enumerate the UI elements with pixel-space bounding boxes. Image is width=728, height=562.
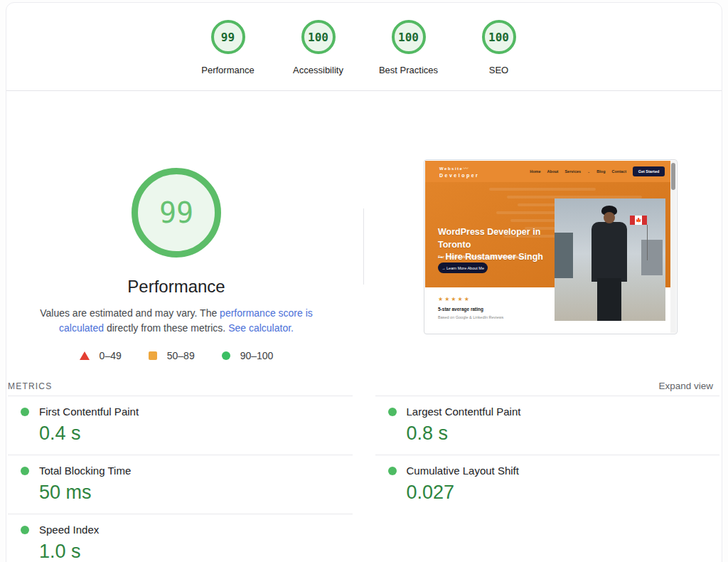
lighthouse-report-card: 99 Performance 100 Accessibility 100 Bes… [6,2,722,562]
man-legs [597,278,621,321]
legend-average: 50–89 [149,350,195,361]
thumbnail-scrollbar [670,161,676,333]
flag-pole [647,225,648,260]
pass-dot-icon [388,467,397,475]
performance-section-title: Performance [70,277,283,297]
metric-name: Total Blocking Time [39,465,131,477]
metric-name: Largest Contentful Paint [407,405,521,418]
pass-circle-icon [222,351,230,360]
score-summary-strip: 99 Performance 100 Accessibility 100 Bes… [6,3,722,91]
hero-heading-line1: WordPress Developer in Toronto [438,227,540,250]
legend-pass-range: 90–100 [240,350,274,361]
legend-fail: 0–49 [80,350,122,361]
performance-score-gauge: 99 [211,20,245,54]
legend-fail-range: 0–49 [100,350,122,361]
pass-dot-icon [21,467,29,475]
best-practices-score-value: 100 [398,31,419,44]
metric-row-total-blocking-time: Total Blocking Time 50 ms [8,455,353,514]
man-in-suit [592,222,627,282]
services-caret-icon: ⌄ [587,169,590,174]
site-logo-line2: Developer [439,173,479,178]
metric-row-first-contentful-paint: First Contentful Paint 0.4 s [8,396,353,455]
site-nav-services: Services [564,169,581,174]
metric-row-largest-contentful-paint: Largest Contentful Paint 0.8 s [375,396,720,455]
seo-score-value: 100 [488,31,509,44]
metrics-column-left: First Contentful Paint 0.4 s Total Block… [8,396,353,562]
building-right [641,240,663,275]
performance-main-score: 99 [159,196,193,229]
screenshot-content: Website〰 Developer Home About Services ⌄… [425,161,670,333]
building-left [555,233,573,278]
canada-flag-icon: 🍁 [630,216,647,225]
performance-score-value: 99 [221,31,235,44]
pass-dot-icon [21,526,29,534]
seo-score-label: SEO [489,65,508,75]
site-nav-blog: Blog [596,169,605,174]
metric-name: First Contentful Paint [39,405,139,418]
description-text-1: Values are estimated and may vary. The [40,307,220,319]
five-star-icons: ★★★★★ [438,296,471,302]
man-head [604,212,615,223]
learn-more-button: → Learn More About Me [438,263,488,273]
rating-title: 5-star average rating [438,307,483,312]
legend-pass: 90–100 [222,350,274,361]
summary-item-performance[interactable]: 99 Performance [183,20,273,75]
description-text-2: directly from these metrics. [104,322,228,334]
legend-average-range: 50–89 [167,350,195,361]
score-summary-row: 99 Performance 100 Accessibility 100 Bes… [183,20,544,75]
metric-name: Speed Index [39,524,99,536]
center-divider [363,208,364,285]
metric-value: 0.027 [407,482,720,504]
summary-item-seo[interactable]: 100 SEO [454,20,544,75]
score-legend: 0–49 50–89 90–100 [31,350,321,361]
metrics-grid: First Contentful Paint 0.4 s Total Block… [8,396,719,562]
summary-item-best-practices[interactable]: 100 Best Practices [363,20,454,75]
site-nav-about: About [547,169,559,174]
site-logo: Website〰 Developer [439,164,479,178]
average-square-icon [149,351,157,360]
best-practices-score-label: Best Practices [379,65,438,75]
site-nav: Home About Services ⌄ Blog Contact Get S… [530,161,665,182]
metric-value: 0.8 s [407,423,720,445]
site-logo-line1: Website [439,166,463,171]
thumbnail-scrollbar-thumb [671,163,675,190]
metrics-heading: METRICS [8,381,52,391]
fail-triangle-icon [80,351,90,360]
hero-photo: 🍁 [555,198,665,321]
performance-main-gauge: 99 [132,168,221,258]
metrics-column-right: Largest Contentful Paint 0.8 s Cumulativ… [375,396,720,562]
metric-value: 1.0 s [39,541,353,562]
summary-item-accessibility[interactable]: 100 Accessibility [273,20,363,75]
pass-dot-icon [21,408,29,416]
site-nav-contact: Contact [612,169,626,174]
accessibility-score-gauge: 100 [301,20,336,54]
accessibility-score-label: Accessibility [293,65,343,75]
metric-value: 50 ms [39,482,353,504]
score-description: Values are estimated and may vary. The p… [31,306,321,336]
site-header: Website〰 Developer Home About Services ⌄… [425,161,670,182]
metric-row-cumulative-layout-shift: Cumulative Layout Shift 0.027 [375,455,720,514]
accessibility-score-value: 100 [308,31,328,44]
get-started-button: Get Started [633,166,665,176]
metric-name: Cumulative Layout Shift [407,465,519,477]
metrics-header: METRICS Expand view [8,378,713,396]
metric-row-speed-index: Speed Index 1.0 s [8,514,353,562]
page-screenshot-thumbnail: Website〰 Developer Home About Services ⌄… [424,159,678,334]
pass-dot-icon [388,408,397,416]
logo-squiggle-icon: 〰 [463,166,469,171]
see-calculator-link[interactable]: See calculator. [228,322,294,334]
metric-value: 0.4 s [39,423,353,445]
hero-tagline: For Custom WordPress, Woo & API Solution… [438,255,524,259]
best-practices-score-gauge: 100 [392,20,426,54]
seo-score-gauge: 100 [482,20,516,54]
expand-view-link[interactable]: Expand view [658,381,713,391]
performance-score-label: Performance [201,65,254,75]
site-nav-home: Home [530,169,540,174]
rating-subtitle: Based on Google & LinkedIn Reviews [438,315,503,319]
